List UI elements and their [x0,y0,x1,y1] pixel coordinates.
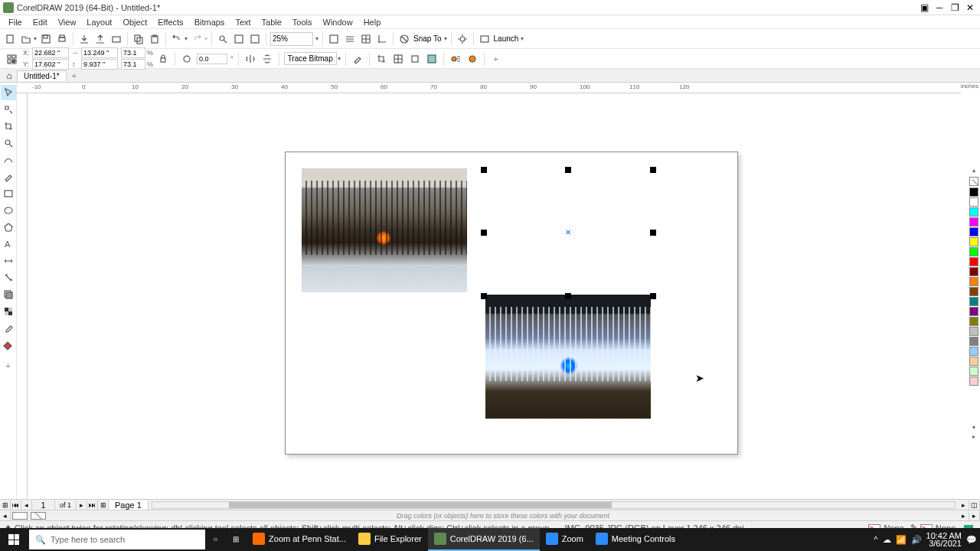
system-tray[interactable]: ^ ☁ 📶 🔊 10:42 AM 3/6/2021 💬 [874,532,980,547]
grid-button[interactable] [359,32,373,46]
menu-table[interactable]: Table [256,16,287,28]
fullscreen-button[interactable] [327,32,341,46]
color-swatch[interactable] [969,327,978,336]
menu-view[interactable]: View [53,16,82,28]
taskbar-search[interactable]: 🔍 Type here to search [29,530,205,549]
color-swatch[interactable] [969,347,978,356]
redo-button[interactable] [190,32,204,46]
zoom-level[interactable] [270,32,313,46]
doc-palette-right[interactable]: ▸ [959,511,969,520]
page-tab[interactable]: Page 1 [109,500,149,510]
undo-button[interactable] [170,32,184,46]
color-swatch[interactable] [969,287,978,296]
taskbar-app[interactable]: Zoom at Penn Stat... [247,528,352,551]
rectangle-tool[interactable] [1,186,16,201]
menu-bitmaps[interactable]: Bitmaps [189,16,230,28]
tray-network-icon[interactable]: 📶 [896,535,906,545]
next-page-button[interactable]: ▸ [77,500,87,510]
bitmap-mask-button[interactable] [425,52,439,66]
tray-onedrive-icon[interactable]: ☁ [883,535,891,545]
copy-button[interactable] [132,32,145,46]
straighten-button[interactable] [408,52,422,66]
menu-layout[interactable]: Layout [81,16,117,28]
doc-palette-swatch[interactable] [12,512,28,520]
save-button[interactable] [39,32,53,46]
publish-button[interactable] [109,32,123,46]
mirror-h-button[interactable] [243,52,257,66]
color-swatch[interactable] [969,267,978,276]
lock-ratio[interactable] [156,52,170,66]
color-swatch[interactable] [969,217,978,227]
bitmap-image-selected[interactable] [485,295,651,419]
tray-volume-icon[interactable]: 🔊 [911,535,922,545]
color-swatch[interactable] [969,277,978,286]
palette-up-arrow[interactable]: ▴ [972,167,975,176]
color-swatch[interactable] [969,357,978,366]
menu-window[interactable]: Window [318,16,358,28]
edit-bitmap-button[interactable] [351,52,364,66]
import-button[interactable] [77,32,91,46]
guidelines-button[interactable] [375,32,389,46]
eyedropper-tool[interactable] [1,321,16,336]
doc-palette-flyout[interactable]: ▸ [969,511,980,520]
add-preset-button[interactable]: + [489,52,503,66]
scale-y[interactable] [121,59,145,70]
zoom-dropdown[interactable]: ▾ [315,35,318,42]
tray-clock[interactable]: 10:42 AM 3/6/2021 [926,532,962,547]
pick-tool[interactable] [1,85,16,100]
snap-to-label[interactable]: Snap To [413,34,442,43]
menu-help[interactable]: Help [358,16,387,28]
polygon-tool[interactable] [1,220,16,235]
mirror-v-button[interactable] [260,52,274,66]
color-swatch[interactable] [969,377,978,386]
canvas-area[interactable]: -100102030405060708090100110120 inches ✕… [17,83,980,499]
tray-notifications-icon[interactable]: 💬 [966,535,977,545]
scroll-right-button[interactable]: ▸ [959,500,969,510]
text-tool[interactable]: A [1,236,16,252]
trace-bitmap-label[interactable]: Trace Bitmap [284,52,337,65]
close-button[interactable]: ✕ [963,2,977,14]
maximize-button[interactable]: ❐ [948,2,962,14]
pointillizer-button[interactable] [232,32,246,46]
color-swatch[interactable] [969,367,978,376]
fill-tool[interactable] [1,337,16,353]
color-swatch[interactable] [969,317,978,326]
rotation-input[interactable] [197,54,227,64]
horizontal-scrollbar[interactable] [152,501,956,509]
add-tool-button[interactable]: + [1,358,16,373]
selection-handle-w[interactable] [481,230,487,236]
horizontal-ruler[interactable]: -100102030405060708090100110120 [17,83,969,93]
cortana-button[interactable]: ○ [205,528,225,551]
ellipse-tool[interactable] [1,203,16,218]
artistic-media-tool[interactable] [1,169,16,184]
menu-effects[interactable]: Effects [152,16,188,28]
color-swatch[interactable] [969,307,978,316]
selection-handle-nw[interactable] [481,167,487,173]
selection-handle-sw[interactable] [481,293,487,299]
add-page-button[interactable]: ⊞ [0,500,11,510]
first-page-button[interactable]: ⏮ [11,500,21,510]
export-button[interactable] [93,32,107,46]
drop-shadow-tool[interactable] [1,287,16,302]
color-swatch[interactable] [969,227,978,236]
resample-button[interactable] [391,52,405,66]
taskbar-app[interactable]: Zoom [540,528,590,551]
palette-down-arrow[interactable]: ▾ [972,424,975,433]
selection-center[interactable]: ✕ [564,228,572,236]
last-page-button[interactable]: ⏭ [87,500,98,510]
open-button[interactable] [19,32,33,46]
taskbar-app[interactable]: CorelDRAW 2019 (6... [428,528,540,551]
object-origin[interactable] [3,51,20,67]
print-button[interactable] [55,32,69,46]
connector-tool[interactable] [1,270,16,285]
tray-up-icon[interactable]: ^ [874,535,877,544]
document-palette[interactable]: ◂ Drag colors (or objects) here to store… [0,510,980,520]
crop-button[interactable] [374,52,388,66]
taskbar-app[interactable]: Meeting Controls [590,528,681,551]
zoom-tool[interactable] [1,135,16,151]
rulers-button[interactable] [343,32,357,46]
dimension-tool[interactable] [1,253,16,269]
bitmap-image-1[interactable] [302,168,467,292]
width-input[interactable] [81,47,118,58]
menu-tools[interactable]: Tools [287,16,318,28]
